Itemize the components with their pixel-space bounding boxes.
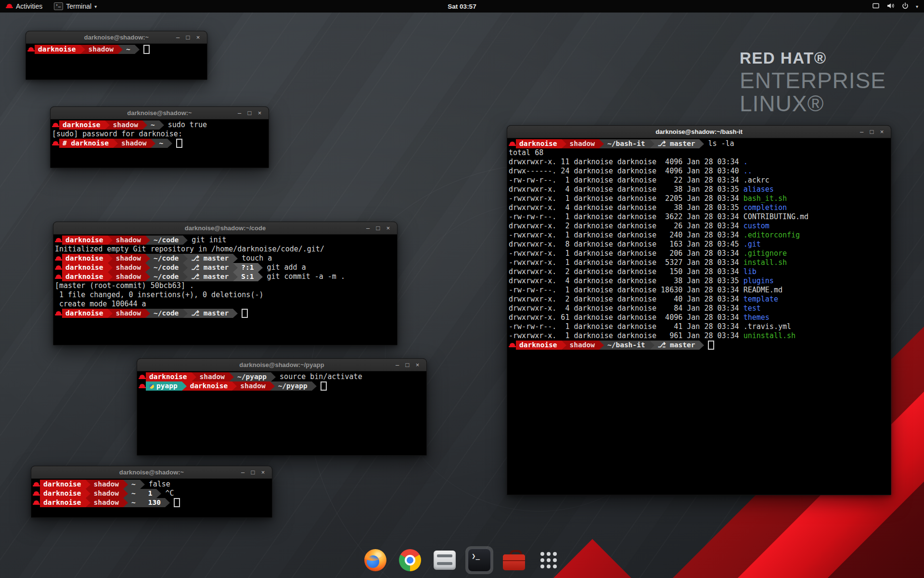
window-titlebar[interactable]: darknoise@shadow:~/code – □ × [53,222,397,235]
close-button[interactable]: × [877,126,887,138]
powerline-separator [182,381,187,391]
chevron-down-icon[interactable]: ▾ [916,4,918,9]
prompt-segment-git: ⎇ master [188,254,233,263]
terminal-body[interactable]: darknoiseshadow~sudo true[sudo] password… [51,119,269,168]
close-button[interactable]: × [255,107,265,119]
minimize-button[interactable]: – [238,466,248,478]
prompt-segment-path: ~/code [150,309,183,318]
terminal-line: [master (root-commit) 50bcb63] . [55,281,396,290]
prompt-segment-path: ~ [147,120,159,130]
terminal-line: -rw-rw-r--. 1 darknoise darknoise 41 Jan… [509,322,890,331]
prompt-segment-code: 1 [145,489,157,498]
prompt-segment-host: shadow [113,263,145,272]
close-button[interactable]: × [412,359,423,371]
powerline-separator [183,263,188,272]
window-titlebar[interactable]: darknoise@shadow:~ – □ × [26,31,207,44]
maximize-button[interactable]: □ [402,359,412,371]
dock-firefox[interactable] [361,546,389,574]
close-button[interactable]: × [383,222,393,234]
dock-chrome[interactable] [396,546,424,574]
minimize-button[interactable]: – [234,107,244,119]
app-grid-icon [539,551,558,570]
maximize-button[interactable]: □ [373,222,383,234]
terminal-icon [468,549,491,572]
terminal-line: darknoiseshadow~/code⎇ master [55,309,396,318]
window-titlebar[interactable]: darknoise@shadow:~/pyapp – □ × [137,359,426,371]
powerline-separator [167,139,172,148]
redhat-prompt-icon [33,498,40,507]
powerline-separator [145,263,150,272]
window-titlebar[interactable]: darknoise@shadow:~ – □ × [31,466,272,479]
maximize-button[interactable]: □ [248,466,258,478]
dock-files[interactable] [431,546,459,574]
terminal-body[interactable]: darknoiseshadow~/bash-it⎇ masterls -lato… [507,138,891,495]
terminal-line: -rw-rw-r--. 1 darknoise darknoise 3622 J… [509,212,890,222]
maximize-button[interactable]: □ [867,126,877,138]
prompt-segment-user: darknoise [62,272,108,281]
powerline-separator [80,45,85,54]
prompt-segment-path: ~/code [150,263,183,272]
powerline-separator [233,309,238,318]
prompt-segment-path: ~ [155,139,167,148]
volume-icon[interactable] [886,2,895,11]
redhat-logo-icon [6,2,13,10]
window-titlebar[interactable]: darknoise@shadow:~ – □ × [51,107,269,119]
dock-toolbox[interactable] [500,546,528,574]
terminal-line: drwxrwxr-x. 2 darknoise darknoise 26 Jan… [509,222,890,231]
terminal-body[interactable]: darknoiseshadow~/pyappsource bin/activat… [137,371,426,455]
minimize-button[interactable]: – [173,31,183,43]
minimize-button[interactable]: – [392,359,402,371]
dock-app-grid[interactable] [535,546,563,574]
command-text: ls -la [708,139,734,148]
clock[interactable]: Sat 03:57 [448,3,476,10]
redhat-prompt-icon [52,139,59,148]
terminal-app-menu[interactable]: Terminal ▾ [48,0,103,13]
prompt-segment-host: shadow [118,139,151,148]
prompt-segment-venv: pyapp [146,381,182,391]
prompt-segment-code: 130 [145,498,165,507]
powerline-separator [599,139,604,148]
power-icon[interactable] [901,2,909,11]
minimize-button[interactable]: – [363,222,373,234]
command-text: git init [192,236,226,245]
prompt-segment-path: ~/code [150,254,183,263]
maximize-button[interactable]: □ [244,107,255,119]
prompt-segment-path: ~/bash-it [604,341,650,350]
terminal-line: pyappdarknoiseshadow~/pyapp [139,381,425,391]
prompt-segment-user: darknoise [62,236,108,245]
activities-button[interactable]: Activities [0,0,48,13]
prompt-segment-host: shadow [237,381,270,391]
terminal-line: drwxrwxr-x. 4 darknoise darknoise 38 Jan… [509,203,890,212]
minimize-button[interactable]: – [857,126,867,138]
top-bar: Activities Terminal ▾ Sat 03:57 ▾ [0,0,924,13]
powerline-separator [86,489,90,498]
powerline-separator [135,45,140,54]
app-menu-label: Terminal [66,2,91,10]
window-icon[interactable] [872,2,880,11]
close-button[interactable]: × [193,31,203,43]
prompt-segment-path: ~ [128,480,140,489]
close-button[interactable]: × [258,466,268,478]
terminal-body[interactable]: darknoiseshadow~falsedarknoiseshadow~1^C… [31,479,272,517]
terminal-window: darknoise@shadow:~ – □ × darknoiseshadow… [26,31,207,80]
powerline-separator [699,341,704,350]
window-title: darknoise@shadow:~/pyapp [239,361,324,368]
powerline-separator [108,272,113,281]
powerline-separator [86,498,90,507]
prompt-segment-path: ~ [128,498,140,507]
prompt-segment-host: shadow [90,489,123,498]
dock-terminal[interactable] [465,546,493,574]
terminal-line: -rwxrwxr-x. 1 darknoise darknoise 2205 J… [509,194,890,203]
redhat-prompt-icon [55,236,62,245]
command-text: source bin/activate [280,372,362,381]
terminal-body[interactable]: darknoiseshadow~/codegit initInitialized… [53,235,397,345]
terminal-line: drwxrwxr-x. 4 darknoise darknoise 38 Jan… [509,276,890,286]
terminal-line: drwxrwxr-x. 8 darknoise darknoise 163 Ja… [509,240,890,249]
terminal-line: darknoiseshadow~130 [33,498,271,507]
powerline-separator [145,272,150,281]
terminal-line: drwxrwxr-x. 4 darknoise darknoise 38 Jan… [509,185,890,194]
window-titlebar[interactable]: darknoise@shadow:~/bash-it – □ × [507,126,891,138]
terminal-body[interactable]: darknoiseshadow~ [26,44,207,79]
powerline-separator [123,489,128,498]
maximize-button[interactable]: □ [183,31,193,43]
